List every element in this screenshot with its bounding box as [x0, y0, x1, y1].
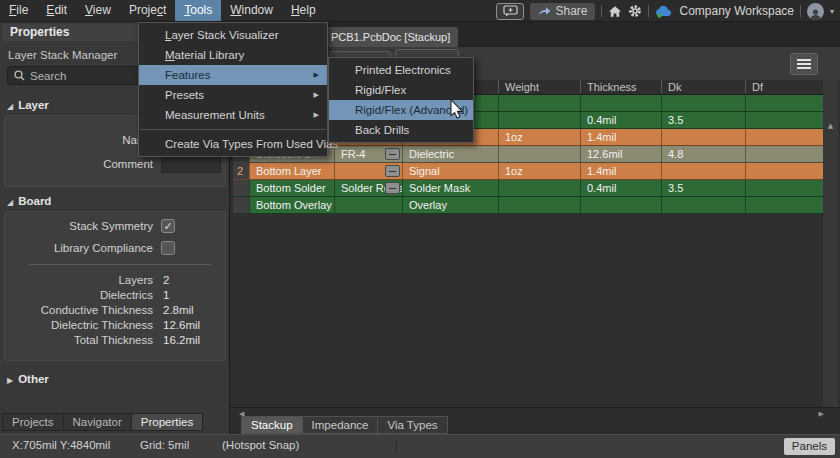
person-icon — [809, 8, 822, 20]
workspace-cloud-button[interactable] — [655, 3, 673, 19]
gear-icon — [628, 4, 642, 18]
material-browse-button[interactable] — [385, 182, 400, 194]
chevron-down-icon[interactable]: ▾ — [830, 7, 834, 16]
menu-project[interactable]: Project — [120, 0, 175, 21]
submenu-arrow-icon: ▶ — [314, 65, 319, 85]
stack-symmetry-row: Stack Symmetry ✓ — [5, 218, 225, 235]
home-button[interactable] — [608, 3, 622, 19]
collapse-icon: ◢ — [7, 102, 13, 111]
comment-field-row: Comment — [5, 156, 225, 173]
col-thickness[interactable]: Thickness — [580, 80, 661, 94]
tab-pcb1-stackup[interactable]: PCB1.PcbDoc [Stackup] — [323, 27, 458, 47]
board-section-box: Stack Symmetry ✓ Library Compliance Laye… — [4, 211, 226, 361]
arrow-cursor-icon — [450, 99, 464, 119]
statusbar: X:705mil Y:4840mil Grid: 5mil (Hotspot S… — [0, 434, 840, 458]
topbar-right: Share Company Workspace ▾ — [496, 0, 834, 22]
scroll-up-icon[interactable]: ▲ — [823, 122, 838, 130]
tab-projects[interactable]: Projects — [2, 413, 64, 431]
tab-impedance[interactable]: Impedance — [303, 416, 379, 434]
menu-item-features[interactable]: Features▶ — [139, 65, 327, 85]
name-label: Name — [5, 132, 153, 149]
menu-window[interactable]: Window — [221, 0, 282, 21]
share-button[interactable]: Share — [530, 3, 595, 20]
hamburger-icon — [797, 59, 811, 61]
cloud-icon — [655, 5, 673, 18]
tools-menu: Layer Stack Visualizer Material Library … — [138, 22, 328, 157]
table-row[interactable]: Bottom Solder Solder Resist Solder Mask … — [233, 180, 823, 197]
comment-field[interactable] — [161, 156, 221, 173]
cursor-position: X:705mil Y:4840mil — [12, 439, 110, 451]
menu-item-presets[interactable]: Presets▶ — [139, 85, 327, 105]
menu-item-rigid-flex[interactable]: Rigid/Flex — [329, 80, 473, 100]
table-row[interactable]: 2 Bottom Layer Signal 1oz 1.4mil — [233, 163, 823, 180]
stat-label: Total Thickness — [5, 332, 153, 349]
section-layer-header[interactable]: ◢Layer — [7, 99, 49, 111]
panels-button[interactable]: Panels — [784, 438, 835, 455]
menu-item-printed-electronics[interactable]: Printed Electronics — [329, 60, 473, 80]
altium-window: File Edit View Project Tools Window Help… — [0, 0, 840, 458]
topbar-divider — [648, 5, 649, 17]
menu-tools[interactable]: Tools — [175, 0, 221, 21]
tab-properties[interactable]: Properties — [132, 413, 203, 431]
menu-divider — [140, 129, 326, 130]
library-compliance-row: Library Compliance — [5, 240, 225, 257]
divider — [29, 264, 211, 265]
menu-item-create-via-types[interactable]: Create Via Types From Used Vias — [139, 134, 327, 154]
topbar-divider — [601, 5, 602, 17]
menu-help[interactable]: Help — [282, 0, 325, 21]
col-df[interactable]: Df — [745, 80, 823, 94]
topbar-divider — [800, 5, 801, 17]
tab-stackup[interactable]: Stackup — [241, 416, 303, 434]
tab-navigator[interactable]: Navigator — [64, 413, 132, 431]
section-other-header[interactable]: ▶Other — [7, 373, 49, 385]
material-browse-button[interactable] — [385, 165, 400, 177]
grid-setting: Grid: 5mil — [140, 439, 189, 451]
search-icon — [14, 70, 25, 81]
stat-value: 16.2mil — [163, 332, 200, 349]
stack-symmetry-label: Stack Symmetry — [5, 218, 153, 235]
section-board-header[interactable]: ◢Board — [7, 195, 51, 207]
table-options-button[interactable] — [790, 53, 818, 75]
menu-item-measurement-units[interactable]: Measurement Units▶ — [139, 105, 327, 125]
stack-symmetry-checkbox[interactable]: ✓ — [161, 219, 175, 233]
tab-via-types[interactable]: Via Types — [378, 416, 447, 434]
menu-item-layer-stack-visualizer[interactable]: Layer Stack Visualizer — [139, 25, 327, 45]
submenu-arrow-icon: ▶ — [314, 105, 319, 125]
panel-subtitle: Layer Stack Manager — [8, 49, 117, 61]
snap-mode: (Hotspot Snap) — [222, 439, 299, 451]
library-compliance-checkbox[interactable] — [161, 241, 175, 255]
feedback-button[interactable] — [496, 3, 524, 20]
share-arrow-icon — [538, 6, 551, 16]
menu-edit[interactable]: Edit — [37, 0, 76, 21]
menu-item-material-library[interactable]: Material Library — [139, 45, 327, 65]
tab-scroll-right-icon[interactable]: ▶ — [819, 410, 824, 418]
share-label: Share — [555, 4, 587, 18]
stackup-tab-bar: ◀ ▶ Stackup Impedance Via Types — [231, 407, 840, 434]
user-avatar[interactable] — [807, 3, 824, 20]
mouse-cursor — [450, 99, 464, 122]
home-icon — [608, 5, 622, 18]
col-dk[interactable]: Dk — [661, 80, 745, 94]
panel-tab-bar: Projects Navigator Properties — [2, 413, 203, 431]
collapse-icon: ◢ — [7, 198, 13, 207]
library-compliance-label: Library Compliance — [5, 240, 153, 257]
stat-row: Total Thickness 16.2mil — [5, 332, 225, 349]
comment-plus-icon — [503, 5, 518, 17]
table-row[interactable]: Bottom Overlay Overlay — [233, 197, 823, 214]
menubar: File Edit View Project Tools Window Help… — [0, 0, 840, 22]
menu-file[interactable]: File — [0, 0, 37, 21]
menu-item-back-drills[interactable]: Back Drills — [329, 120, 473, 140]
table-scrollbar[interactable]: ▲ — [823, 80, 838, 407]
col-weight[interactable]: Weight — [498, 80, 580, 94]
comment-label: Comment — [5, 156, 153, 173]
collapsed-icon: ▶ — [7, 376, 13, 385]
submenu-arrow-icon: ▶ — [314, 85, 319, 105]
material-browse-button[interactable] — [385, 148, 400, 160]
workspace-label[interactable]: Company Workspace — [679, 4, 794, 18]
menu-view[interactable]: View — [76, 0, 120, 21]
statusbar-divider — [396, 439, 397, 453]
settings-button[interactable] — [628, 3, 642, 19]
